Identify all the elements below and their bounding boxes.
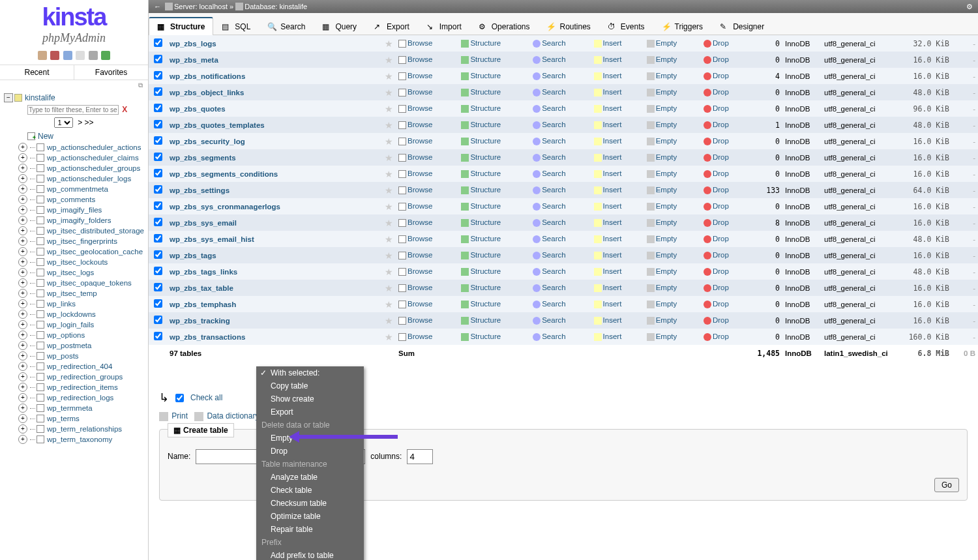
structure-action[interactable]: Structure bbox=[458, 247, 530, 263]
empty-action[interactable]: Empty bbox=[644, 231, 701, 247]
empty-action[interactable]: Empty bbox=[644, 52, 701, 68]
tree-table-link[interactable]: wp_itsec_lockouts bbox=[47, 258, 108, 266]
browse-action[interactable]: Browse bbox=[396, 149, 458, 166]
tree-table-link[interactable]: wp_term_relationships bbox=[47, 425, 122, 433]
favorite-star-icon[interactable]: ★ bbox=[382, 263, 396, 280]
row-checkbox[interactable] bbox=[154, 250, 162, 259]
tree-table-node[interactable]: +wp_lockdowns bbox=[1, 309, 147, 319]
expand-icon[interactable]: + bbox=[18, 414, 27, 423]
tree-table-link[interactable]: wp_redirection_groups bbox=[47, 373, 123, 381]
tree-table-node[interactable]: +wp_itsec_geolocation_cache bbox=[1, 246, 147, 257]
clear-filter-icon[interactable]: X bbox=[122, 105, 127, 114]
tree-table-link[interactable]: wp_actionscheduler_groups bbox=[47, 164, 140, 172]
favorite-star-icon[interactable]: ★ bbox=[382, 198, 396, 214]
drop-action[interactable]: Drop bbox=[701, 117, 750, 133]
structure-action[interactable]: Structure bbox=[458, 198, 530, 214]
insert-action[interactable]: Insert bbox=[591, 52, 644, 68]
expand-icon[interactable]: + bbox=[18, 268, 27, 277]
empty-action[interactable]: Empty bbox=[644, 329, 701, 345]
tree-table-link[interactable]: wp_imagify_files bbox=[47, 206, 102, 214]
browse-action[interactable]: Browse bbox=[396, 35, 458, 52]
insert-action[interactable]: Insert bbox=[591, 280, 644, 296]
new-link[interactable]: New bbox=[38, 132, 53, 141]
tree-table-node[interactable]: +wp_imagify_folders bbox=[1, 215, 147, 226]
reload-icon[interactable] bbox=[101, 51, 110, 60]
browse-action[interactable]: Browse bbox=[396, 247, 458, 263]
empty-action[interactable]: Empty bbox=[644, 263, 701, 280]
filter-input[interactable] bbox=[27, 105, 119, 115]
search-action[interactable]: Search bbox=[530, 263, 591, 280]
tree-table-link[interactable]: wp_options bbox=[47, 331, 85, 339]
table-name-link[interactable]: wp_zbs_sys_cronmanagerlogs bbox=[170, 203, 280, 211]
go-button[interactable]: Go bbox=[934, 478, 959, 492]
tree-table-node[interactable]: +wp_links bbox=[1, 299, 147, 309]
tree-table-node[interactable]: +wp_postmeta bbox=[1, 340, 147, 351]
tree-table-node[interactable]: +wp_itsec_lockouts bbox=[1, 257, 147, 267]
page-select[interactable]: 1 bbox=[54, 117, 73, 128]
expand-icon[interactable]: + bbox=[18, 435, 27, 444]
tree-table-link[interactable]: wp_lockdowns bbox=[47, 310, 96, 318]
browse-action[interactable]: Browse bbox=[396, 166, 458, 182]
expand-icon[interactable]: + bbox=[18, 372, 27, 381]
expand-icon[interactable]: + bbox=[18, 247, 27, 256]
tree-table-node[interactable]: +wp_itsec_temp bbox=[1, 288, 147, 299]
expand-icon[interactable]: + bbox=[18, 195, 27, 204]
insert-action[interactable]: Insert bbox=[591, 133, 644, 149]
tab-triggers[interactable]: ⚡Triggers bbox=[653, 18, 712, 35]
collapse-icon[interactable]: − bbox=[4, 93, 13, 102]
dd-add-prefix[interactable]: Add prefix to table bbox=[256, 549, 364, 560]
expand-icon[interactable]: + bbox=[18, 216, 27, 225]
structure-action[interactable]: Structure bbox=[458, 84, 530, 100]
drop-action[interactable]: Drop bbox=[701, 214, 750, 231]
tree-table-node[interactable]: +wp_actionscheduler_claims bbox=[1, 153, 147, 163]
drop-action[interactable]: Drop bbox=[701, 231, 750, 247]
row-checkbox[interactable] bbox=[154, 169, 162, 177]
tab-routines[interactable]: ⚡Routines bbox=[538, 18, 599, 35]
favorite-star-icon[interactable]: ★ bbox=[382, 166, 396, 182]
tree-table-link[interactable]: wp_links bbox=[47, 300, 76, 308]
empty-action[interactable]: Empty bbox=[644, 198, 701, 214]
collapse-sidebar-icon[interactable]: ← bbox=[154, 3, 161, 10]
favorite-star-icon[interactable]: ★ bbox=[382, 117, 396, 133]
favorite-star-icon[interactable]: ★ bbox=[382, 247, 396, 263]
tree-table-node[interactable]: +wp_terms bbox=[1, 413, 147, 424]
structure-action[interactable]: Structure bbox=[458, 117, 530, 133]
drop-action[interactable]: Drop bbox=[701, 100, 750, 117]
favorite-star-icon[interactable]: ★ bbox=[382, 182, 396, 198]
dd-analyze[interactable]: Analyze table bbox=[256, 471, 364, 484]
browse-action[interactable]: Browse bbox=[396, 84, 458, 100]
favorite-star-icon[interactable]: ★ bbox=[382, 100, 396, 117]
insert-action[interactable]: Insert bbox=[591, 182, 644, 198]
server-link[interactable]: localhost bbox=[200, 3, 228, 10]
table-name-link[interactable]: wp_zbs_security_log bbox=[170, 138, 245, 145]
tab-favorites[interactable]: Favorites bbox=[74, 65, 148, 80]
search-action[interactable]: Search bbox=[530, 198, 591, 214]
tree-table-node[interactable]: +wp_itsec_logs bbox=[1, 267, 147, 278]
favorite-star-icon[interactable]: ★ bbox=[382, 280, 396, 296]
table-name-link[interactable]: wp_zbs_sys_email bbox=[170, 219, 237, 227]
row-checkbox[interactable] bbox=[154, 153, 162, 161]
drop-action[interactable]: Drop bbox=[701, 329, 750, 345]
tab-export[interactable]: ↗Export bbox=[365, 18, 418, 35]
search-action[interactable]: Search bbox=[530, 280, 591, 296]
structure-action[interactable]: Structure bbox=[458, 296, 530, 312]
tree-table-link[interactable]: wp_term_taxonomy bbox=[47, 435, 112, 443]
tree-table-node[interactable]: +wp_options bbox=[1, 330, 147, 340]
row-checkbox[interactable] bbox=[154, 201, 162, 210]
structure-action[interactable]: Structure bbox=[458, 280, 530, 296]
browse-action[interactable]: Browse bbox=[396, 198, 458, 214]
empty-action[interactable]: Empty bbox=[644, 214, 701, 231]
table-name-link[interactable]: wp_zbs_temphash bbox=[170, 301, 236, 308]
search-action[interactable]: Search bbox=[530, 312, 591, 329]
empty-action[interactable]: Empty bbox=[644, 247, 701, 263]
insert-action[interactable]: Insert bbox=[591, 117, 644, 133]
tab-recent[interactable]: Recent bbox=[0, 65, 74, 80]
search-action[interactable]: Search bbox=[530, 52, 591, 68]
dd-checksum[interactable]: Checksum table bbox=[256, 497, 364, 510]
tree-table-node[interactable]: +wp_redirection_items bbox=[1, 382, 147, 392]
empty-action[interactable]: Empty bbox=[644, 182, 701, 198]
browse-action[interactable]: Browse bbox=[396, 182, 458, 198]
row-checkbox[interactable] bbox=[154, 283, 162, 291]
expand-icon[interactable]: + bbox=[18, 174, 27, 183]
table-name-link[interactable]: wp_zbs_quotes bbox=[170, 105, 226, 113]
